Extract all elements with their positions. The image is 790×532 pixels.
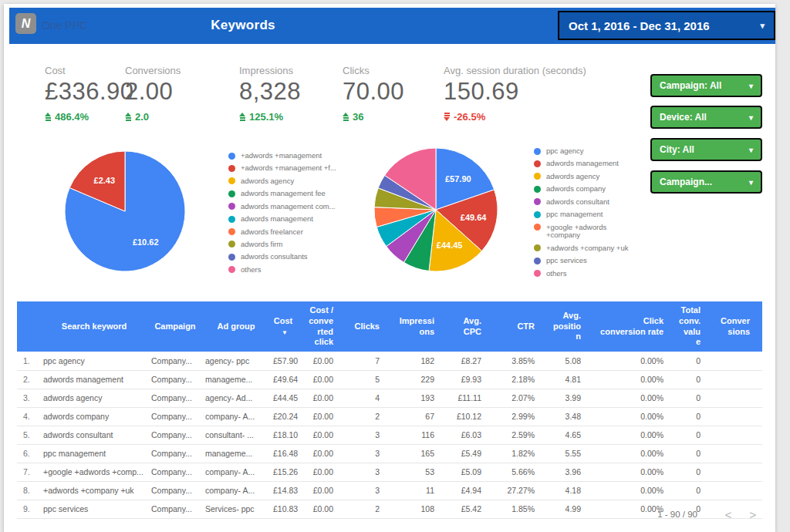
filter-label: Campaign: All	[660, 80, 721, 91]
table-cell: 2	[346, 407, 392, 426]
table-cell: £44.45	[270, 389, 306, 407]
legend-dot-icon	[228, 153, 235, 160]
kpi-delta: 125.1%	[239, 111, 301, 123]
table-cell: adwords company	[40, 407, 148, 426]
table-cell: company- A...	[202, 481, 270, 500]
column-header[interactable]: Total conv. value	[676, 301, 713, 352]
legend-dot-icon	[228, 177, 235, 184]
column-header[interactable]: Conversions	[713, 301, 762, 352]
table-cell: Company...	[148, 444, 202, 463]
keywords-table-container: Search keywordCampaignAd groupCost▼Cost …	[17, 301, 762, 519]
table-cell: 1.82%	[494, 444, 547, 463]
table-cell: 5.55	[547, 444, 593, 463]
filter-device-all[interactable]: Device: All ▾	[650, 106, 762, 129]
table-cell: 4.18	[547, 481, 593, 500]
table-cell: 3	[346, 481, 392, 500]
table-cell: 2.	[17, 370, 40, 389]
filter-campaign-all[interactable]: Campaign: All ▾	[650, 74, 762, 97]
chevron-down-icon: ▾	[749, 178, 753, 187]
column-header[interactable]: Cost▼	[270, 301, 306, 352]
filter-city-all[interactable]: City: All ▾	[650, 138, 762, 161]
legend-item: ppc management	[534, 210, 634, 219]
legend-dot-icon	[534, 211, 541, 218]
table-cell: 0.00%	[593, 444, 676, 463]
table-cell: £6.03	[447, 426, 494, 444]
table-cell: +google +adwords +comp...	[40, 463, 148, 481]
table-cell: £5.49	[447, 444, 494, 463]
legend-label: adwords management com...	[241, 203, 336, 211]
pie-data-label: £57.90	[445, 174, 471, 184]
table-row: 8.+adwords +company +ukCompany...company…	[17, 481, 762, 500]
column-header[interactable]: Avg. CPC	[447, 301, 494, 352]
legend-dot-icon	[228, 190, 235, 197]
filter-campaign-2[interactable]: Campaign... ▾	[650, 170, 762, 194]
table-row: 2.adwords managementCompany...manageme..…	[17, 370, 762, 389]
legend-item: adwords management	[228, 215, 356, 224]
legend-item: ppc services	[534, 257, 634, 265]
column-header[interactable]: Click conversion rate	[593, 301, 676, 352]
next-page-icon[interactable]: >	[744, 508, 762, 521]
table-cell: 5	[346, 370, 392, 389]
column-header[interactable]: Avg. position	[547, 301, 593, 352]
table-cell: manageme...	[202, 370, 270, 389]
kpi-delta: 486.4%	[45, 111, 134, 123]
legend-dot-icon	[534, 160, 541, 167]
kpi-delta-value: 125.1%	[249, 111, 283, 123]
one-ppc-logo-icon: N	[15, 13, 36, 34]
column-header[interactable]: Clicks	[346, 301, 392, 352]
column-header[interactable]	[17, 301, 40, 352]
table-cell: 182	[392, 352, 447, 370]
pie-data-label: £44.45	[437, 241, 463, 250]
column-header[interactable]: Cost / converted click	[306, 301, 346, 352]
app-name: One PPC	[42, 19, 87, 32]
table-cell: 3.96	[547, 463, 593, 481]
trend-arrow-icon	[45, 113, 51, 121]
table-cell: 3.	[17, 389, 40, 407]
column-header[interactable]: Impressions	[392, 301, 447, 352]
kpi-value: 2.00	[125, 78, 181, 106]
table-cell: Company...	[148, 389, 202, 407]
legend-label: adwords company	[546, 185, 606, 194]
page-title: Keywords	[211, 18, 275, 33]
column-header[interactable]: Search keyword	[40, 301, 148, 352]
table-cell: 0.00%	[593, 407, 676, 426]
kpi-conversions: Conversions 2.00 2.0	[125, 65, 181, 123]
table-cell: 2.99%	[494, 407, 547, 426]
legend-item: adwords management	[534, 160, 634, 168]
column-header[interactable]: Ad group	[202, 301, 270, 352]
table-cell: £0.00	[306, 426, 346, 444]
table-cell	[713, 389, 762, 407]
table-cell: 3	[346, 444, 392, 463]
column-header[interactable]: CTR	[494, 301, 547, 352]
table-cell: 3	[346, 463, 392, 481]
table-cell: £0.00	[306, 370, 346, 389]
table-cell: 1.	[17, 352, 40, 370]
legend-dot-icon	[228, 241, 235, 247]
legend-label: adwords management fee	[241, 190, 326, 198]
table-cell: 3	[346, 426, 392, 444]
table-cell: 0.00%	[593, 352, 676, 370]
kpi-cost: Cost £336.90 486.4%	[45, 65, 134, 123]
table-cell: company- A...	[202, 407, 270, 426]
legend-label: +adwords +management +f...	[241, 164, 336, 173]
table-cell: £0.00	[306, 463, 346, 481]
legend-label: adwords freelancer	[241, 228, 303, 237]
table-cell: £9.93	[447, 370, 494, 389]
table-row: 4.adwords companyCompany...company- A...…	[17, 407, 762, 426]
table-cell: 53	[392, 463, 447, 481]
table-cell: 0	[676, 352, 713, 370]
table-cell: 5.08	[547, 352, 593, 370]
table-cell: £16.48	[270, 444, 306, 463]
table-cell	[713, 370, 762, 389]
prev-page-icon[interactable]: <	[719, 508, 738, 521]
table-cell: ppc agency	[40, 352, 148, 370]
kpi-clicks: Clicks 70.00 36	[343, 65, 404, 123]
date-range-picker[interactable]: Oct 1, 2016 - Dec 31, 2016 ▾	[558, 11, 775, 40]
table-cell: £5.09	[447, 463, 494, 481]
kpi-value: 8,328	[239, 78, 301, 106]
column-header[interactable]: Campaign	[148, 301, 202, 352]
kpi-delta-value: -26.5%	[454, 111, 485, 123]
table-cell: 2.18%	[494, 370, 547, 389]
legend-item: adwords management fee	[228, 190, 356, 198]
kpi-label: Conversions	[125, 65, 181, 76]
